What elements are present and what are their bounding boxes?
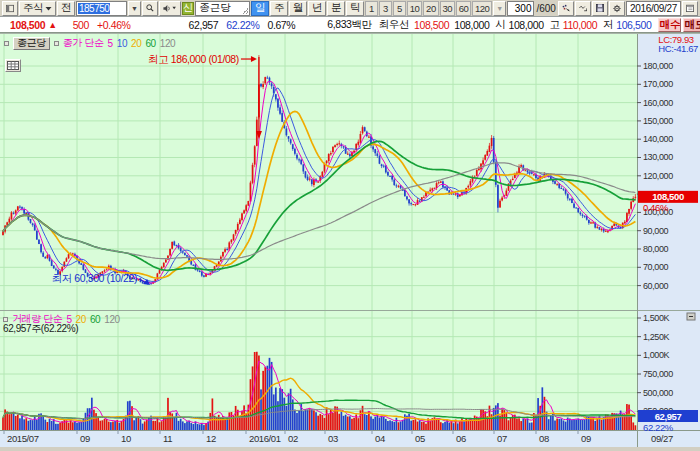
price-tick-label: 120,000 — [643, 171, 673, 181]
calendar-icon[interactable] — [682, 1, 698, 16]
date-label: 09 — [80, 433, 90, 444]
stock-code-input[interactable]: 185750 — [76, 1, 127, 16]
hc-value: HC:-41.67 — [658, 44, 698, 53]
tab-period-week[interactable]: 주 — [270, 1, 288, 16]
date-label: 2015/07 — [7, 433, 39, 444]
window-footer — [0, 447, 700, 451]
price-tick-label: 160,000 — [643, 98, 673, 108]
price-tick-label: 140,000 — [643, 134, 673, 144]
low-value: 106,500 — [616, 19, 651, 31]
chart-area: 60,00070,00080,00090,000100,000110,00012… — [0, 33, 700, 451]
change-percent: +0.46% — [97, 19, 131, 31]
trendline-icon[interactable] — [575, 1, 591, 16]
code-dropdown-button[interactable]: ▼ — [128, 1, 141, 16]
date-label: 07 — [497, 433, 507, 444]
date-label: 2016/01 — [249, 433, 281, 444]
interval-3-button[interactable]: 3 — [379, 1, 392, 16]
volume-value: 62,957 — [189, 19, 219, 31]
current-price-pct: 0.46% — [643, 202, 669, 213]
price-tick-label: 130,000 — [643, 152, 673, 162]
sound-alert-icon[interactable] — [159, 1, 181, 16]
price-chart-legend: 종근당 종가 단순 5 10 20 60 120 — [4, 36, 175, 50]
tab-period-tick[interactable]: 틱 — [346, 1, 364, 16]
high-label: 고 — [550, 18, 560, 32]
sell-button[interactable]: 매도 — [683, 18, 700, 32]
lc-hc-readout: LC:79.93 HC:-41.67 — [658, 35, 698, 53]
open-value: 108,000 — [508, 19, 543, 31]
volume-tick-label: 1,000K — [643, 350, 670, 360]
volume-legend-ma60: 60 — [90, 314, 100, 325]
interval-30-button[interactable]: 30 — [440, 1, 455, 16]
asset-type-button[interactable]: 주식 — [19, 1, 56, 16]
bar-count-input[interactable]: 300 — [507, 1, 534, 16]
data-grid-button[interactable] — [5, 59, 21, 72]
chart-canvas[interactable]: 60,00070,00080,00090,000100,000110,00012… — [0, 33, 700, 451]
legend-stock-name[interactable]: 종근당 — [13, 37, 50, 50]
current-volume-pct: 62.22% — [643, 422, 674, 433]
interval-20-button[interactable]: 20 — [423, 1, 438, 16]
interval-120-button[interactable]: 120 — [472, 1, 492, 16]
tab-period-year[interactable]: 년 — [308, 1, 326, 16]
turnover-rate: 0.67% — [267, 19, 295, 31]
legend-ma20: 20 — [131, 38, 141, 49]
price-tick-label: 180,000 — [643, 61, 673, 71]
current-volume-badge-label: 62,957 — [655, 411, 682, 422]
high-value: 110,000 — [563, 19, 597, 31]
quote-bar: 108,500 ▲ 500 +0.46% 62,957 62.22% 0.67%… — [0, 17, 700, 33]
tab-period-month[interactable]: 월 — [289, 1, 307, 16]
volume-tick-label: 750,000 — [643, 369, 673, 379]
date-label: 02 — [288, 433, 298, 444]
date-label: 03 — [328, 433, 338, 444]
prev-day-button[interactable]: 전 — [57, 1, 75, 16]
best-bid: 108,000 — [454, 19, 489, 31]
price-tick-label: 170,000 — [643, 79, 673, 89]
volume-current-readout: 62,957주(62.22%) — [3, 322, 78, 336]
compare-chart-icon[interactable] — [558, 1, 574, 16]
tab-period-day[interactable]: 일 — [251, 1, 269, 16]
price-tick-label: 80,000 — [643, 244, 669, 254]
asset-type-label: 주식 — [23, 1, 43, 15]
high-annotation: 최고 186,000 (01/08) — [148, 53, 239, 65]
buy-button[interactable]: 매수 — [658, 18, 681, 32]
legend-bullet-icon — [4, 41, 9, 46]
current-price-badge-label: 108,500 — [652, 191, 684, 202]
legend-ma120: 120 — [160, 38, 176, 49]
price-tick-label: 70,000 — [643, 262, 669, 272]
interval-1-button[interactable]: 1 — [365, 1, 378, 16]
new-stock-badge: 신 — [182, 2, 195, 15]
search-icon[interactable] — [142, 1, 158, 16]
stock-code-value: 185750 — [78, 3, 110, 14]
stock-name-field[interactable]: 종근당 — [195, 1, 250, 16]
legend-ma5: 5 — [108, 38, 113, 49]
plot-background — [0, 33, 637, 430]
panel-toggle-icon[interactable] — [2, 1, 18, 16]
best-quote-label: 최우선 — [379, 18, 409, 32]
volume-legend-ma120: 120 — [104, 314, 120, 325]
legend-ma60: 60 — [145, 38, 155, 49]
date-label: 12 — [206, 433, 216, 444]
legend-bullet-icon — [3, 317, 8, 322]
legend-ma10: 10 — [117, 38, 127, 49]
volume-tick-label: 1,500K — [643, 313, 670, 323]
date-label: 05 — [415, 433, 425, 444]
date-label: 04 — [375, 433, 385, 444]
interval-10-button[interactable]: 10 — [407, 1, 422, 16]
price-tick-label: 150,000 — [643, 116, 673, 126]
date-label: 10 — [121, 433, 131, 444]
interval-60-button[interactable]: 60 — [456, 1, 471, 16]
resize-grip[interactable] — [242, 8, 248, 14]
change-amount: 500 — [73, 19, 89, 31]
date-label: 06 — [456, 433, 466, 444]
last-date-label: 09/27 — [651, 433, 673, 444]
best-ask: 108,500 — [414, 19, 449, 31]
tab-period-minute[interactable]: 분 — [327, 1, 345, 16]
bar-total-label: /600 — [535, 3, 556, 14]
chart-date-field[interactable]: 2016/09/27 — [626, 1, 681, 16]
save-icon[interactable] — [592, 1, 608, 16]
volume-collapse-icon — [687, 313, 695, 320]
interval-5-button[interactable]: 5 — [393, 1, 406, 16]
settings-gear-icon[interactable] — [609, 1, 625, 16]
interval-dropdown-button[interactable]: ▼ — [493, 1, 506, 16]
legend-series-label: 종가 단순 — [63, 36, 104, 50]
volume-ratio: 62.22% — [226, 19, 259, 31]
